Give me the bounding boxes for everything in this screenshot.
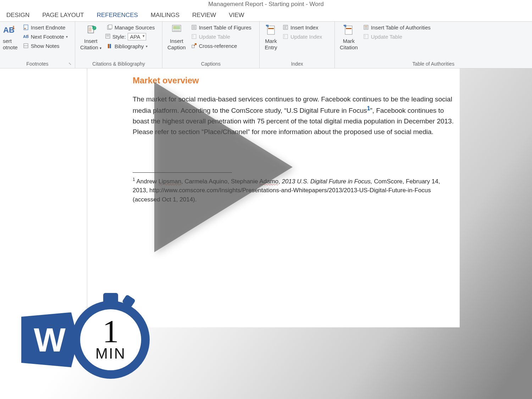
manage-sources-icon: [106, 24, 113, 31]
style-icon: [105, 33, 111, 40]
cross-reference-icon: [191, 43, 197, 49]
insert-table-of-figures-button[interactable]: Insert Table of Figures: [189, 24, 253, 31]
stopwatch-number: 1: [102, 317, 119, 345]
show-notes-button[interactable]: Show Notes: [21, 42, 69, 49]
title-bar: Management Report - Starting point - Wor…: [0, 0, 532, 9]
footnote-icon: AB1: [3, 24, 16, 37]
svg-rect-38: [346, 28, 351, 29]
insert-caption-button[interactable]: Insert Caption: [165, 23, 188, 51]
svg-text:!: !: [365, 35, 366, 39]
svg-rect-20: [173, 30, 180, 31]
group-captions: Insert Caption Insert Table of Figures !…: [162, 22, 260, 68]
play-overlay-icon[interactable]: [154, 82, 293, 252]
next-footnote-icon: AB1: [23, 33, 29, 40]
bibliography-icon: [106, 43, 113, 49]
mark-entry-button[interactable]: Mark Entry: [262, 23, 279, 51]
svg-rect-11: [109, 25, 112, 29]
update-table-authorities-button[interactable]: ! Update Table: [361, 33, 432, 40]
tab-view[interactable]: VIEW: [222, 9, 250, 21]
cross-reference-button[interactable]: Cross-reference: [189, 42, 253, 49]
tab-mailings[interactable]: MAILINGS: [144, 9, 186, 21]
svg-rect-15: [108, 44, 109, 48]
insert-citation-button[interactable]: Insert Citation ▾: [78, 23, 104, 51]
group-authorities: Mark Citation Insert Table of Authoritie…: [335, 22, 532, 68]
citation-icon: [84, 24, 97, 37]
group-label-index: Index: [262, 60, 332, 68]
update-index-icon: !: [282, 33, 289, 40]
update-index-button[interactable]: ! Update Index: [281, 33, 323, 40]
svg-rect-16: [110, 44, 111, 48]
mark-citation-icon: [342, 24, 355, 37]
insert-index-button[interactable]: Insert Index: [281, 24, 323, 31]
group-label-footnotes: Footnotes ⤡: [3, 60, 72, 68]
stopwatch-unit: MIN: [95, 345, 126, 362]
group-label-captions: Captions: [165, 60, 256, 68]
update-table-captions-button[interactable]: ! Update Table: [189, 33, 253, 40]
tab-page-layout[interactable]: PAGE LAYOUT: [36, 9, 90, 21]
group-label-authorities: Table of Authorities: [338, 60, 529, 68]
citation-style-select[interactable]: APA: [128, 33, 146, 40]
svg-text:!: !: [284, 35, 285, 39]
insert-table-of-authorities-button[interactable]: Insert Table of Authorities: [361, 24, 432, 31]
svg-text:1: 1: [27, 34, 29, 37]
endnote-icon: [23, 24, 29, 31]
svg-rect-29: [268, 28, 274, 29]
tab-design[interactable]: DESIGN: [0, 9, 36, 21]
svg-text:!: !: [193, 35, 194, 39]
show-notes-icon: [23, 43, 29, 49]
group-footnotes: AB1 sert otnote Insert Endnote AB1 Next …: [0, 22, 75, 68]
svg-text:1: 1: [12, 25, 15, 30]
group-label-citations: Citations & Bibliography: [78, 60, 159, 68]
svg-rect-3: [24, 28, 26, 29]
svg-rect-18: [173, 26, 180, 29]
word-logo-icon: W: [21, 312, 78, 367]
mark-citation-button[interactable]: Mark Citation: [338, 23, 360, 51]
tab-references[interactable]: REFERENCES: [90, 9, 144, 21]
insert-index-icon: [282, 24, 289, 31]
citation-style-row: Style: APA: [105, 33, 156, 40]
footnote-reference-1[interactable]: 1: [367, 105, 370, 111]
insert-footnote-button[interactable]: AB1 sert otnote: [3, 23, 20, 51]
ribbon: AB1 sert otnote Insert Endnote AB1 Next …: [0, 22, 532, 68]
svg-rect-2: [24, 25, 28, 30]
update-table-icon: !: [191, 33, 197, 40]
mark-entry-icon: [265, 24, 277, 37]
group-index: Mark Entry Insert Index ! Update Index I…: [260, 22, 335, 68]
video-badge: W 1 MIN: [21, 301, 156, 379]
window-title: Management Report - Starting point - Wor…: [208, 1, 324, 7]
group-citations: Insert Citation ▾ Manage Sources Style: …: [75, 22, 162, 68]
document-area[interactable]: Market overview The market for social me…: [0, 68, 532, 399]
update-table-auth-icon: !: [363, 33, 369, 40]
caption-icon: [170, 24, 183, 37]
insert-endnote-button[interactable]: Insert Endnote: [21, 24, 69, 31]
svg-point-19: [174, 27, 176, 28]
bibliography-button[interactable]: Bibliography ▾: [105, 43, 156, 50]
stopwatch-icon: 1 MIN: [72, 301, 150, 379]
ribbon-tabs: DESIGN PAGE LAYOUT REFERENCES MAILINGS R…: [0, 9, 532, 22]
next-footnote-button[interactable]: AB1 Next Footnote ▾: [21, 33, 69, 40]
tab-review[interactable]: REVIEW: [186, 9, 222, 21]
footnotes-launcher-icon[interactable]: ⤡: [68, 62, 71, 66]
table-figures-icon: [191, 24, 197, 31]
manage-sources-button[interactable]: Manage Sources: [105, 24, 156, 31]
table-authorities-icon: [363, 24, 369, 31]
